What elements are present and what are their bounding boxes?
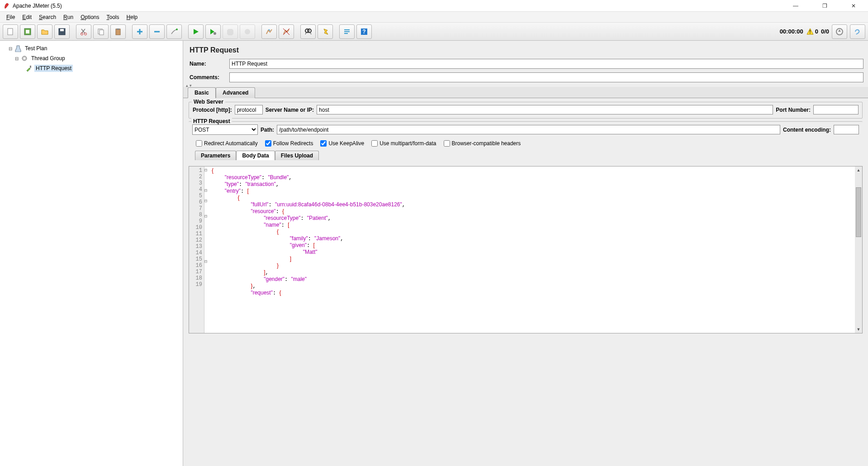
elapsed-timer: 00:00:00 bbox=[780, 28, 803, 35]
tree-thread-group[interactable]: ⊟ Thread Group bbox=[2, 53, 181, 63]
svg-rect-4 bbox=[60, 29, 64, 31]
svg-point-6 bbox=[85, 33, 87, 35]
protocol-label: Protocol [http]: bbox=[193, 107, 232, 113]
threads-button[interactable] bbox=[832, 24, 847, 39]
editor-scrollbar[interactable]: ▲ ▼ bbox=[855, 166, 862, 333]
scroll-up-icon[interactable]: ▲ bbox=[857, 166, 861, 174]
menu-file[interactable]: File bbox=[3, 13, 19, 22]
panel-title: HTTP Request bbox=[183, 41, 868, 57]
menu-options[interactable]: Options bbox=[77, 13, 103, 22]
port-label: Port Number: bbox=[776, 107, 811, 113]
maximize-button[interactable]: ❐ bbox=[816, 3, 833, 9]
scroll-down-icon[interactable]: ▼ bbox=[857, 326, 861, 333]
function-helper-button[interactable] bbox=[339, 24, 355, 39]
svg-point-14 bbox=[176, 29, 178, 30]
itab-parameters[interactable]: Parameters bbox=[195, 151, 236, 160]
clear-all-button[interactable] bbox=[279, 24, 294, 39]
templates-button[interactable] bbox=[20, 24, 35, 39]
editor-fold-column[interactable]: ⊟ ⊟ ⊟ ⊟ ⊟ bbox=[204, 166, 210, 333]
tab-advanced[interactable]: Advanced bbox=[216, 87, 255, 98]
minimize-button[interactable]: — bbox=[787, 3, 804, 9]
tree-http-request[interactable]: HTTP Request bbox=[2, 63, 181, 73]
reset-search-button[interactable] bbox=[318, 24, 333, 39]
svg-rect-2 bbox=[26, 30, 29, 33]
tree-pane[interactable]: ⊟ Test Plan ⊟ Thread Group HTTP Request bbox=[0, 41, 183, 466]
enc-label: Content encoding: bbox=[783, 127, 831, 133]
search-tree-button[interactable] bbox=[300, 24, 316, 39]
editor-gutter: 1 2 3 4 5 6 7 8 9 10 11 12 13 14 15 16 1… bbox=[189, 166, 204, 333]
clear-button[interactable] bbox=[261, 24, 277, 39]
menu-help[interactable]: Help bbox=[123, 13, 142, 22]
server-label: Server Name or IP: bbox=[266, 107, 314, 113]
itab-body-data[interactable]: Body Data bbox=[236, 151, 275, 160]
comments-label: Comments: bbox=[190, 74, 226, 81]
menu-edit[interactable]: Edit bbox=[19, 13, 35, 22]
new-button[interactable] bbox=[3, 24, 18, 39]
svg-point-15 bbox=[213, 32, 216, 35]
quiet-button[interactable] bbox=[850, 24, 865, 39]
cut-button[interactable] bbox=[76, 24, 91, 39]
svg-rect-20 bbox=[344, 31, 350, 32]
enc-input[interactable] bbox=[834, 125, 859, 134]
port-input[interactable] bbox=[813, 105, 859, 114]
titlebar: Apache JMeter (5.5) — ❐ ✕ bbox=[0, 0, 868, 12]
warning-count[interactable]: !0 bbox=[806, 28, 818, 36]
chk-redirect-auto[interactable]: Redirect Automatically bbox=[196, 140, 258, 147]
tree-toggle[interactable]: ⊟ bbox=[14, 56, 19, 61]
svg-rect-8 bbox=[100, 30, 104, 35]
expand-button[interactable] bbox=[132, 24, 147, 39]
tab-basic[interactable]: Basic bbox=[188, 87, 216, 98]
open-button[interactable] bbox=[37, 24, 52, 39]
editor-code[interactable]: { "resourceType": "Bundle", "type": "tra… bbox=[210, 166, 855, 333]
save-button[interactable] bbox=[54, 24, 70, 39]
start-button[interactable] bbox=[188, 24, 204, 39]
chk-keepalive[interactable]: Use KeepAlive bbox=[320, 140, 364, 147]
beaker-icon bbox=[14, 45, 22, 52]
scroll-thumb[interactable] bbox=[856, 187, 861, 237]
name-label: Name: bbox=[190, 61, 226, 67]
svg-text:?: ? bbox=[362, 29, 365, 35]
name-input[interactable] bbox=[229, 59, 863, 69]
svg-rect-21 bbox=[344, 33, 348, 34]
path-input[interactable] bbox=[277, 125, 780, 134]
toggle-button[interactable] bbox=[166, 24, 182, 39]
copy-button[interactable] bbox=[93, 24, 109, 39]
svg-rect-0 bbox=[8, 29, 13, 35]
svg-point-16 bbox=[245, 29, 250, 34]
menu-tools[interactable]: Tools bbox=[103, 13, 123, 22]
shutdown-button[interactable] bbox=[240, 24, 255, 39]
paste-button[interactable] bbox=[110, 24, 126, 39]
dropper-icon bbox=[25, 65, 33, 72]
chk-browser-headers[interactable]: Browser-compatible headers bbox=[444, 140, 521, 147]
warning-icon: ! bbox=[806, 28, 814, 36]
comments-input[interactable] bbox=[229, 72, 863, 82]
help-button[interactable]: ? bbox=[356, 24, 372, 39]
close-button[interactable]: ✕ bbox=[845, 3, 862, 9]
itab-files-upload[interactable]: Files Upload bbox=[275, 151, 319, 160]
method-select[interactable]: POST bbox=[192, 124, 258, 135]
gear-icon bbox=[21, 55, 28, 62]
path-label: Path: bbox=[261, 127, 274, 133]
body-data-editor[interactable]: 1 2 3 4 5 6 7 8 9 10 11 12 13 14 15 16 1… bbox=[189, 166, 863, 333]
app-title: Apache JMeter (5.5) bbox=[13, 3, 62, 9]
thread-ratio: 0/0 bbox=[821, 28, 829, 35]
menu-search[interactable]: Search bbox=[35, 13, 60, 22]
protocol-input[interactable] bbox=[235, 105, 263, 114]
fieldset-webserver: Web Server Protocol [http]: Server Name … bbox=[189, 102, 863, 119]
chk-follow-redirects[interactable]: Follow Redirects bbox=[265, 140, 313, 147]
collapse-button[interactable] bbox=[149, 24, 165, 39]
menu-run[interactable]: Run bbox=[60, 13, 77, 22]
chk-multipart[interactable]: Use multipart/form-data bbox=[371, 140, 436, 147]
tree-toggle[interactable]: ⊟ bbox=[8, 46, 13, 51]
tree-test-plan[interactable]: ⊟ Test Plan bbox=[2, 43, 181, 53]
fieldset-httprequest: HTTP Request POST Path: Content encoding… bbox=[189, 121, 863, 160]
start-no-pause-button[interactable] bbox=[205, 24, 221, 39]
stop-button[interactable] bbox=[223, 24, 238, 39]
main-pane: HTTP Request Name: Comments: ▴ ▾ Basic A… bbox=[183, 41, 868, 466]
menubar: File Edit Search Run Options Tools Help bbox=[0, 12, 868, 23]
svg-rect-28 bbox=[30, 66, 31, 68]
server-input[interactable] bbox=[317, 105, 773, 114]
svg-point-27 bbox=[24, 57, 25, 59]
toolbar: ? 00:00:00 !0 0/0 bbox=[0, 23, 868, 41]
svg-rect-10 bbox=[117, 29, 119, 30]
